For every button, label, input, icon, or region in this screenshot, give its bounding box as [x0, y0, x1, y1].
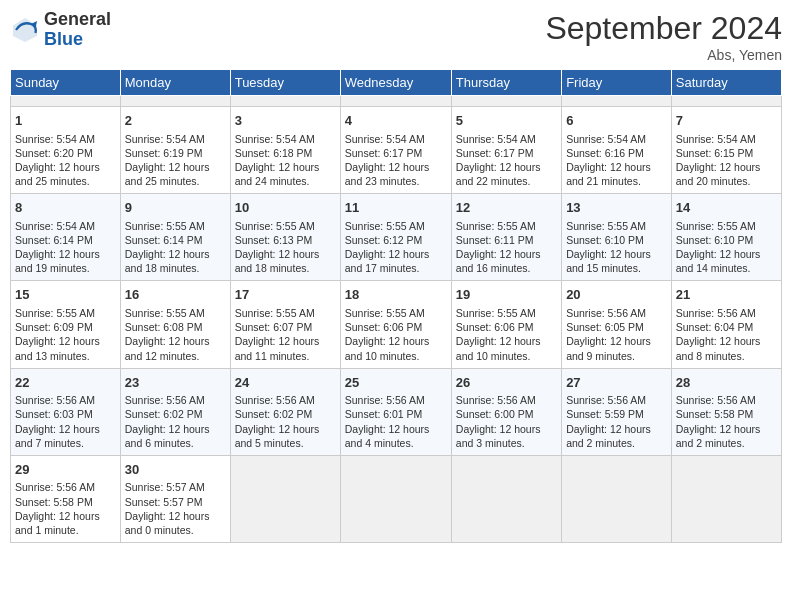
calendar-cell: [671, 96, 781, 107]
cell-info: Sunrise: 5:56 AM: [456, 393, 557, 407]
day-number: 11: [345, 199, 447, 217]
calendar-cell: [230, 96, 340, 107]
cell-info: Daylight: 12 hours and 19 minutes.: [15, 247, 116, 275]
logo-general-text: General: [44, 9, 111, 29]
calendar-cell: 28Sunrise: 5:56 AMSunset: 5:58 PMDayligh…: [671, 368, 781, 455]
cell-info: Sunrise: 5:54 AM: [676, 132, 777, 146]
calendar-cell: 26Sunrise: 5:56 AMSunset: 6:00 PMDayligh…: [451, 368, 561, 455]
calendar-cell: 24Sunrise: 5:56 AMSunset: 6:02 PMDayligh…: [230, 368, 340, 455]
logo-blue-text: Blue: [44, 29, 83, 49]
calendar-cell: 1Sunrise: 5:54 AMSunset: 6:20 PMDaylight…: [11, 107, 121, 194]
day-number: 5: [456, 112, 557, 130]
cell-info: Sunset: 6:08 PM: [125, 320, 226, 334]
cell-info: Daylight: 12 hours and 9 minutes.: [566, 334, 667, 362]
day-number: 4: [345, 112, 447, 130]
day-number: 29: [15, 461, 116, 479]
calendar-cell: 29Sunrise: 5:56 AMSunset: 5:58 PMDayligh…: [11, 455, 121, 542]
day-number: 20: [566, 286, 667, 304]
cell-info: Daylight: 12 hours and 2 minutes.: [566, 422, 667, 450]
cell-info: Daylight: 12 hours and 21 minutes.: [566, 160, 667, 188]
calendar-cell: [340, 96, 451, 107]
day-number: 14: [676, 199, 777, 217]
month-title: September 2024: [545, 10, 782, 47]
calendar-cell: 27Sunrise: 5:56 AMSunset: 5:59 PMDayligh…: [562, 368, 672, 455]
day-number: 15: [15, 286, 116, 304]
weekday-header-monday: Monday: [120, 70, 230, 96]
cell-info: Sunrise: 5:54 AM: [125, 132, 226, 146]
calendar-week-6: 29Sunrise: 5:56 AMSunset: 5:58 PMDayligh…: [11, 455, 782, 542]
calendar-cell: [230, 455, 340, 542]
weekday-header-friday: Friday: [562, 70, 672, 96]
day-number: 6: [566, 112, 667, 130]
cell-info: Daylight: 12 hours and 18 minutes.: [125, 247, 226, 275]
cell-info: Daylight: 12 hours and 15 minutes.: [566, 247, 667, 275]
calendar-week-4: 15Sunrise: 5:55 AMSunset: 6:09 PMDayligh…: [11, 281, 782, 368]
day-number: 13: [566, 199, 667, 217]
calendar-week-2: 1Sunrise: 5:54 AMSunset: 6:20 PMDaylight…: [11, 107, 782, 194]
cell-info: Sunrise: 5:56 AM: [345, 393, 447, 407]
day-number: 8: [15, 199, 116, 217]
calendar-cell: 22Sunrise: 5:56 AMSunset: 6:03 PMDayligh…: [11, 368, 121, 455]
cell-info: Daylight: 12 hours and 24 minutes.: [235, 160, 336, 188]
cell-info: Sunset: 5:58 PM: [676, 407, 777, 421]
calendar-table: SundayMondayTuesdayWednesdayThursdayFrid…: [10, 69, 782, 543]
cell-info: Daylight: 12 hours and 7 minutes.: [15, 422, 116, 450]
calendar-week-1: [11, 96, 782, 107]
cell-info: Sunrise: 5:55 AM: [345, 306, 447, 320]
weekday-header-sunday: Sunday: [11, 70, 121, 96]
day-number: 26: [456, 374, 557, 392]
cell-info: Daylight: 12 hours and 10 minutes.: [456, 334, 557, 362]
cell-info: Sunset: 6:06 PM: [345, 320, 447, 334]
cell-info: Sunset: 6:19 PM: [125, 146, 226, 160]
cell-info: Sunset: 6:05 PM: [566, 320, 667, 334]
cell-info: Sunset: 6:03 PM: [15, 407, 116, 421]
day-number: 19: [456, 286, 557, 304]
calendar-cell: 12Sunrise: 5:55 AMSunset: 6:11 PMDayligh…: [451, 194, 561, 281]
cell-info: Sunrise: 5:55 AM: [676, 219, 777, 233]
weekday-header-thursday: Thursday: [451, 70, 561, 96]
cell-info: Daylight: 12 hours and 4 minutes.: [345, 422, 447, 450]
cell-info: Sunrise: 5:56 AM: [15, 393, 116, 407]
page-header: General Blue September 2024 Abs, Yemen: [10, 10, 782, 63]
calendar-cell: 10Sunrise: 5:55 AMSunset: 6:13 PMDayligh…: [230, 194, 340, 281]
cell-info: Sunset: 5:57 PM: [125, 495, 226, 509]
cell-info: Daylight: 12 hours and 20 minutes.: [676, 160, 777, 188]
cell-info: Sunset: 6:15 PM: [676, 146, 777, 160]
day-number: 16: [125, 286, 226, 304]
cell-info: Daylight: 12 hours and 0 minutes.: [125, 509, 226, 537]
cell-info: Daylight: 12 hours and 2 minutes.: [676, 422, 777, 450]
calendar-cell: [340, 455, 451, 542]
cell-info: Sunrise: 5:56 AM: [566, 393, 667, 407]
day-number: 9: [125, 199, 226, 217]
day-number: 12: [456, 199, 557, 217]
cell-info: Sunset: 6:18 PM: [235, 146, 336, 160]
calendar-cell: 7Sunrise: 5:54 AMSunset: 6:15 PMDaylight…: [671, 107, 781, 194]
title-block: September 2024 Abs, Yemen: [545, 10, 782, 63]
calendar-cell: 5Sunrise: 5:54 AMSunset: 6:17 PMDaylight…: [451, 107, 561, 194]
cell-info: Sunset: 6:16 PM: [566, 146, 667, 160]
cell-info: Sunrise: 5:54 AM: [15, 132, 116, 146]
cell-info: Sunrise: 5:55 AM: [125, 306, 226, 320]
cell-info: Sunrise: 5:54 AM: [15, 219, 116, 233]
cell-info: Daylight: 12 hours and 22 minutes.: [456, 160, 557, 188]
cell-info: Sunrise: 5:54 AM: [566, 132, 667, 146]
cell-info: Sunset: 6:10 PM: [566, 233, 667, 247]
calendar-cell: 23Sunrise: 5:56 AMSunset: 6:02 PMDayligh…: [120, 368, 230, 455]
calendar-cell: 25Sunrise: 5:56 AMSunset: 6:01 PMDayligh…: [340, 368, 451, 455]
cell-info: Sunrise: 5:55 AM: [345, 219, 447, 233]
calendar-cell: 13Sunrise: 5:55 AMSunset: 6:10 PMDayligh…: [562, 194, 672, 281]
cell-info: Daylight: 12 hours and 3 minutes.: [456, 422, 557, 450]
cell-info: Daylight: 12 hours and 5 minutes.: [235, 422, 336, 450]
cell-info: Sunrise: 5:54 AM: [456, 132, 557, 146]
cell-info: Sunset: 6:17 PM: [456, 146, 557, 160]
calendar-cell: [671, 455, 781, 542]
cell-info: Daylight: 12 hours and 25 minutes.: [125, 160, 226, 188]
day-number: 17: [235, 286, 336, 304]
day-number: 27: [566, 374, 667, 392]
calendar-cell: 20Sunrise: 5:56 AMSunset: 6:05 PMDayligh…: [562, 281, 672, 368]
cell-info: Sunrise: 5:55 AM: [235, 219, 336, 233]
cell-info: Sunset: 6:02 PM: [235, 407, 336, 421]
cell-info: Sunset: 5:59 PM: [566, 407, 667, 421]
calendar-cell: [120, 96, 230, 107]
location: Abs, Yemen: [545, 47, 782, 63]
